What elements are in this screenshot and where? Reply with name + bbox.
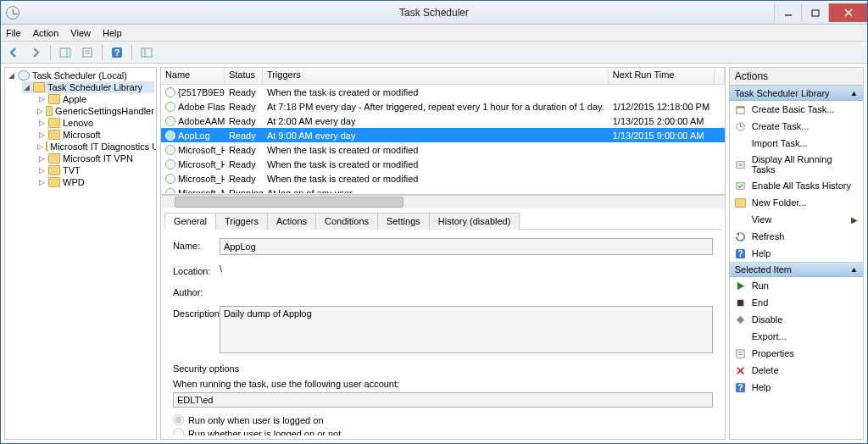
help-button[interactable]: ?	[108, 43, 126, 62]
action-delete[interactable]: Delete	[730, 362, 863, 379]
folder-icon	[48, 118, 60, 128]
col-triggers[interactable]: Triggers	[263, 68, 609, 84]
collapse-icon[interactable]: ▲	[850, 89, 858, 97]
action-icon	[735, 297, 747, 308]
tab-triggers[interactable]: Triggers	[215, 213, 268, 230]
radio-run-logged-on[interactable]	[173, 414, 184, 425]
properties-button[interactable]	[78, 43, 97, 62]
toolbar: ?	[1, 42, 867, 64]
tree-item[interactable]: ▷TVT	[37, 164, 154, 176]
description-field[interactable]	[220, 306, 713, 353]
action-refresh[interactable]: Refresh	[730, 228, 863, 245]
maximize-button[interactable]	[801, 3, 828, 22]
menu-help[interactable]: Help	[103, 28, 122, 38]
actions-group-selected-item[interactable]: Selected Item ▲	[730, 262, 863, 277]
menu-view[interactable]: View	[70, 28, 91, 38]
forward-button[interactable]	[26, 43, 45, 62]
tab-conditions[interactable]: Conditions	[315, 213, 378, 230]
tree-library[interactable]: ◢ Task Scheduler Library	[22, 81, 154, 93]
back-button[interactable]	[4, 43, 23, 62]
expand-icon[interactable]: ▷	[37, 178, 46, 186]
tree-panel[interactable]: ◢ Task Scheduler (Local) ◢ Task Schedule…	[4, 67, 157, 440]
folder-icon	[33, 82, 45, 92]
tree-item[interactable]: ▷Microsoft IT VPN	[37, 153, 154, 164]
action-display-all-running-tasks[interactable]: Display All Running Tasks	[730, 152, 863, 177]
col-status[interactable]: Status	[225, 68, 263, 84]
tab-actions[interactable]: Actions	[267, 213, 316, 230]
action-end[interactable]: End	[730, 294, 863, 311]
expand-icon[interactable]: ▷	[37, 107, 43, 115]
svg-rect-25	[737, 349, 744, 357]
task-icon	[165, 102, 175, 112]
minimize-button[interactable]	[774, 3, 801, 22]
collapse-icon[interactable]: ◢	[22, 83, 31, 92]
col-nextrun[interactable]: Next Run Time	[609, 68, 715, 84]
tree-item[interactable]: ▷GenericSettingsHandler	[37, 105, 154, 117]
task-row[interactable]: AppLogReadyAt 9:00 AM every day1/13/2015…	[161, 128, 725, 142]
svg-rect-4	[60, 48, 70, 57]
tree-item[interactable]: ▷Microsoft	[37, 129, 154, 141]
horizontal-scrollbar[interactable]	[161, 195, 725, 208]
svg-text:?: ?	[114, 47, 120, 58]
tab-settings[interactable]: Settings	[377, 213, 430, 230]
action-create-basic-task[interactable]: Create Basic Task...	[730, 101, 863, 118]
expand-icon[interactable]: ▷	[37, 95, 46, 103]
task-table[interactable]: Name Status Triggers Next Run Time {2517…	[161, 68, 725, 195]
task-row[interactable]: Microsoft_H...ReadyWhen the task is crea…	[161, 142, 725, 157]
show-hide-action-pane-button[interactable]	[56, 43, 75, 62]
task-row[interactable]: Adobe Flash...ReadyAt 7:18 PM every day …	[161, 99, 725, 114]
expand-icon[interactable]: ▷	[37, 154, 46, 163]
close-button[interactable]	[828, 3, 867, 22]
task-icon	[165, 159, 175, 169]
task-row[interactable]: AdobeAAM...ReadyAt 2:00 AM every day1/13…	[161, 114, 725, 128]
action-icon	[735, 280, 747, 291]
expand-icon[interactable]: ▷	[37, 166, 46, 175]
task-row[interactable]: Microsoft_H...ReadyWhen the task is crea…	[161, 171, 725, 186]
task-scheduler-window: Task Scheduler File Action View Help ? ◢…	[0, 0, 868, 444]
tree-item[interactable]: ▷Lenovo	[37, 117, 154, 129]
task-row[interactable]: Microsoft_H...ReadyWhen the task is crea…	[161, 157, 725, 171]
name-field[interactable]	[220, 238, 713, 255]
task-icon	[165, 130, 175, 141]
detail-tabs: GeneralTriggersActionsConditionsSettings…	[164, 212, 721, 230]
show-hide-console-tree-button[interactable]	[137, 43, 156, 62]
task-row[interactable]: {2517B9E9-F...ReadyWhen the task is crea…	[161, 85, 725, 99]
tab-general[interactable]: General	[164, 213, 216, 230]
tree-item[interactable]: ▷Apple	[37, 93, 154, 105]
action-export[interactable]: Export...	[730, 328, 863, 345]
action-icon	[735, 214, 747, 225]
action-new-folder[interactable]: New Folder...	[730, 194, 863, 211]
tree-item[interactable]: ▷Microsoft IT Diagnostics Utility	[37, 141, 154, 153]
tree-root[interactable]: ◢ Task Scheduler (Local)	[7, 69, 154, 81]
col-name[interactable]: Name	[161, 68, 225, 84]
folder-icon	[46, 142, 47, 152]
folder-icon	[48, 153, 60, 164]
action-view[interactable]: View▶	[730, 211, 863, 228]
tree-item[interactable]: ▷WPD	[37, 176, 154, 188]
action-properties[interactable]: Properties	[730, 345, 863, 362]
action-help[interactable]: ?Help	[730, 379, 863, 396]
action-run[interactable]: Run	[730, 277, 863, 294]
app-icon	[6, 6, 19, 19]
menu-file[interactable]: File	[6, 28, 21, 38]
action-create-task[interactable]: Create Task...	[730, 118, 863, 135]
task-row[interactable]: Microsoft_M...RunningAt log on of any us…	[161, 186, 725, 193]
action-help[interactable]: ?Help	[730, 245, 863, 262]
radio-run-whether[interactable]	[173, 428, 184, 436]
action-icon	[735, 230, 747, 242]
folder-icon	[48, 130, 60, 140]
actions-group-library[interactable]: Task Scheduler Library ▲	[730, 86, 863, 101]
action-disable[interactable]: Disable	[730, 311, 863, 328]
svg-rect-14	[737, 106, 744, 108]
menu-action[interactable]: Action	[33, 28, 59, 38]
action-icon	[735, 103, 747, 115]
action-icon	[735, 197, 747, 208]
collapse-icon[interactable]: ▲	[850, 265, 858, 274]
expand-icon[interactable]: ▷	[37, 130, 46, 139]
expand-icon[interactable]: ▷	[37, 142, 43, 151]
action-enable-all-tasks-history[interactable]: Enable All Tasks History	[730, 177, 863, 194]
tab-history-disabled-[interactable]: History (disabled)	[429, 213, 520, 230]
action-import-task[interactable]: Import Task...	[730, 135, 863, 152]
expand-icon[interactable]: ▷	[37, 119, 46, 127]
collapse-icon[interactable]: ◢	[7, 71, 15, 80]
